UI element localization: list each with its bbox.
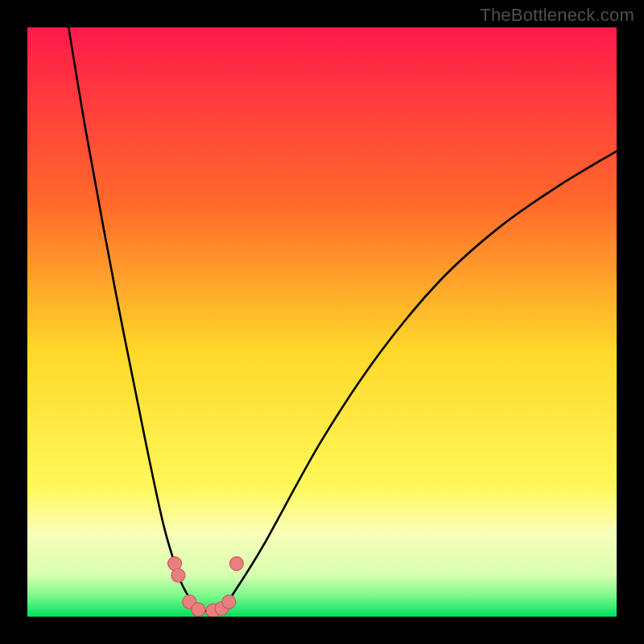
data-marker: [222, 595, 236, 609]
data-marker: [171, 568, 185, 582]
plot-area: [27, 27, 617, 617]
data-marker: [229, 557, 243, 571]
gradient-background: [27, 27, 617, 617]
data-marker: [192, 603, 205, 617]
chart-frame: TheBottleneck.com: [0, 0, 644, 644]
watermark-text: TheBottleneck.com: [480, 5, 634, 26]
chart-svg: [27, 27, 617, 617]
